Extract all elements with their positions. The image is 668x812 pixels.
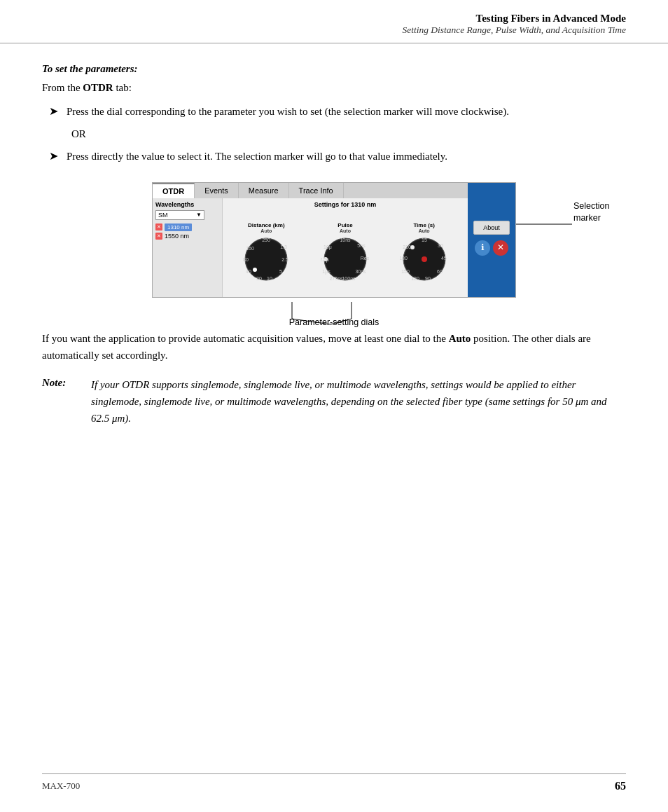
wavelengths-label: Wavelengths	[155, 201, 219, 208]
svg-text:150: 150	[401, 269, 410, 274]
svg-text:1.3: 1.3	[280, 245, 287, 249]
stop-button[interactable]: ✕	[493, 240, 508, 256]
wavelength-select[interactable]: SM ▼	[155, 210, 204, 220]
arrow-icon-2: ➤	[49, 149, 58, 163]
wl-label-2[interactable]: 1550 nm	[165, 233, 189, 240]
svg-text:30ns: 30ns	[355, 269, 366, 274]
tab-traceinfo[interactable]: Trace Info	[289, 183, 344, 198]
selection-marker-annotation: Selection marker	[573, 200, 609, 225]
tab-blue-area	[468, 183, 515, 198]
arrow-icon-1: ➤	[49, 104, 58, 118]
page-header: Testing Fibers in Advanced Mode Setting …	[0, 0, 668, 43]
footer-page: 65	[615, 780, 626, 792]
dial-time-svg[interactable]: 15 30 45 60 90 120 150 180 210	[400, 235, 449, 284]
main-content: To set the parameters: From the OTDR tab…	[0, 43, 668, 455]
or-text: OR	[71, 128, 626, 140]
svg-text:100ns: 100ns	[342, 276, 356, 281]
svg-text:30: 30	[438, 243, 443, 248]
dial-distance-label: Distance (km) Auto	[248, 222, 284, 233]
wl-close-icon-2[interactable]: ✕	[155, 233, 162, 240]
dial-distance: Distance (km) Auto	[242, 222, 291, 284]
header-subtitle: Setting Distance Range, Pulse Width, and…	[42, 25, 626, 36]
wavelength-item-2: ✕ 1550 nm	[155, 233, 219, 240]
dropdown-arrow-icon: ▼	[196, 212, 202, 218]
note-text: If your OTDR supports singlemode, single…	[91, 376, 626, 427]
center-panel: Settings for 1310 nm Distance (km) Auto	[223, 198, 468, 298]
svg-text:90: 90	[425, 276, 431, 281]
svg-text:10μ: 10μ	[323, 245, 332, 250]
dial-pulse: Pulse Auto 10ns 5n	[321, 222, 370, 284]
bullet-item-1: ➤ Press the dial corresponding to the pa…	[49, 104, 626, 120]
dial-time-label: Time (s) Auto	[413, 222, 435, 233]
svg-text:180: 180	[400, 256, 408, 261]
page-footer: MAX-700 65	[42, 773, 626, 792]
section-title: To set the parameters:	[42, 63, 626, 75]
note-label: Note:	[42, 376, 91, 389]
tab-measure[interactable]: Measure	[239, 183, 289, 198]
svg-text:1μs: 1μs	[322, 269, 330, 275]
svg-text:250: 250	[262, 238, 270, 242]
tabs-row: OTDR Events Measure Trace Info	[153, 183, 515, 198]
svg-text:10ns: 10ns	[340, 238, 351, 242]
svg-text:Res: Res	[361, 256, 370, 261]
svg-point-26	[422, 256, 427, 262]
svg-text:40: 40	[246, 269, 251, 274]
svg-text:120: 120	[411, 276, 419, 281]
dial-distance-svg[interactable]: 250 1.3 2.5 5 10 20 40 80 160	[242, 235, 291, 284]
screenshot-body: Wavelengths SM ▼ ✕ 1310 nm ✕	[153, 198, 515, 298]
svg-text:15: 15	[422, 238, 427, 242]
dial-time: Time (s) Auto	[400, 222, 449, 284]
body-paragraph: If you want the application to provide a…	[42, 330, 626, 364]
about-button[interactable]: About	[473, 221, 510, 235]
svg-point-27	[410, 245, 415, 249]
tab-otdr[interactable]: OTDR	[153, 183, 195, 198]
bullet-item-2: ➤ Press directly the value to select it.…	[49, 149, 626, 165]
bullet-text-2: Press directly the value to select it. T…	[67, 149, 447, 165]
svg-point-2	[253, 268, 257, 272]
svg-text:210: 210	[403, 245, 411, 249]
footer-model: MAX-700	[42, 780, 80, 792]
intro-text: From the OTDR tab:	[42, 82, 626, 94]
svg-text:80: 80	[243, 257, 249, 262]
svg-text:275ns: 275ns	[329, 276, 343, 281]
svg-text:45: 45	[441, 256, 447, 261]
right-btn-row: ℹ ✕	[475, 240, 508, 256]
param-label-area: Parameter-setting dials	[152, 299, 516, 327]
svg-text:5: 5	[279, 269, 282, 274]
bullet-text-1: Press the dial corresponding to the para…	[67, 104, 509, 120]
svg-text:60: 60	[437, 269, 443, 274]
select-value: SM	[158, 212, 168, 219]
wl-close-icon-1[interactable]: ✕	[155, 223, 162, 230]
dials-row: Distance (km) Auto	[227, 211, 464, 296]
svg-text:2.5: 2.5	[281, 257, 288, 262]
svg-text:2.5μ: 2.5μ	[321, 257, 329, 263]
wavelength-item-1: ✕ 1310 nm	[155, 223, 219, 231]
dial-pulse-svg[interactable]: 10ns 5ns Res 30ns 100ns 275ns 1μs 2.5μ 1	[321, 235, 370, 284]
dial-pulse-label: Pulse Auto	[338, 222, 352, 233]
header-title: Testing Fibers in Advanced Mode	[42, 13, 626, 25]
wl-label-1[interactable]: 1310 nm	[165, 223, 192, 231]
param-setting-dials-label: Parameter-setting dials	[289, 317, 380, 327]
screenshot: OTDR Events Measure Trace Info Wavelengt…	[152, 182, 516, 298]
svg-text:5ns: 5ns	[357, 243, 366, 248]
screenshot-area: OTDR Events Measure Trace Info Wavelengt…	[42, 182, 626, 327]
svg-text:20: 20	[256, 276, 262, 281]
left-panel: Wavelengths SM ▼ ✕ 1310 nm ✕	[153, 198, 223, 298]
center-title: Settings for 1310 nm	[227, 201, 464, 208]
note-block: Note: If your OTDR supports singlemode, …	[42, 376, 626, 427]
svg-text:10: 10	[267, 276, 272, 281]
info-button[interactable]: ℹ	[475, 240, 490, 256]
tab-events[interactable]: Events	[195, 183, 239, 198]
right-panel: About ℹ ✕	[468, 198, 515, 298]
svg-text:160: 160	[246, 246, 254, 251]
